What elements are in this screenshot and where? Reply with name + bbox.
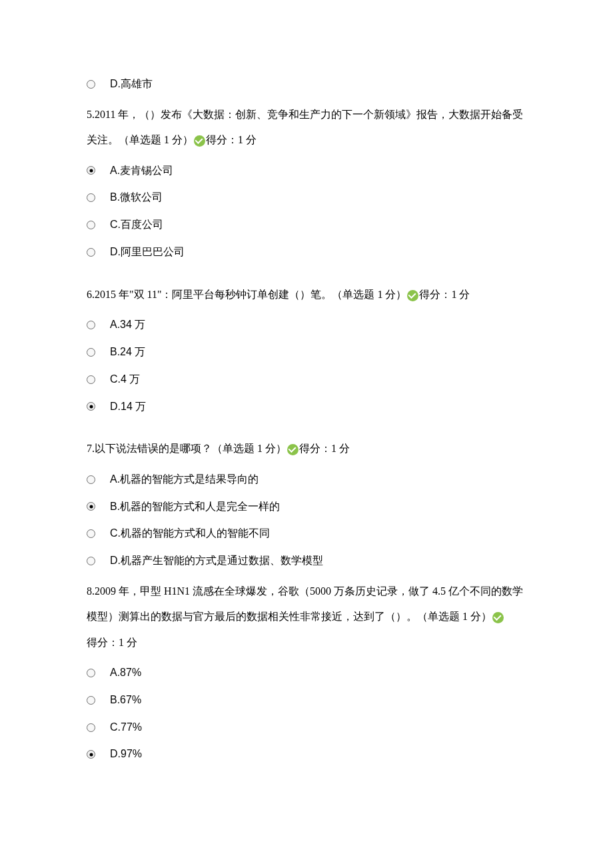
question-text: 7.以下说法错误的是哪项？（单选题 1 分） bbox=[87, 443, 287, 454]
q7-option-b[interactable]: B.机器的智能方式和人是完全一样的 bbox=[87, 497, 526, 517]
question-text: 8.2009 年，甲型 H1N1 流感在全球爆发，谷歌（5000 万条历史记录，… bbox=[87, 585, 523, 622]
option-label: B.机器的智能方式和人是完全一样的 bbox=[110, 497, 280, 517]
radio-icon bbox=[87, 723, 95, 732]
radio-icon bbox=[87, 557, 95, 565]
question-text: 5.2011 年，（）发布《大数据：创新、竞争和生产力的下一个新领域》报告，大数… bbox=[87, 109, 523, 145]
question-8: 8.2009 年，甲型 H1N1 流感在全球爆发，谷歌（5000 万条历史记录，… bbox=[87, 579, 526, 655]
radio-icon bbox=[87, 475, 95, 484]
option-label: B.微软公司 bbox=[110, 188, 163, 207]
q6-option-d[interactable]: D.14 万 bbox=[87, 397, 526, 417]
radio-icon bbox=[87, 502, 95, 511]
radio-icon bbox=[87, 529, 95, 538]
radio-icon bbox=[87, 750, 95, 759]
q6-option-a[interactable]: A.34 万 bbox=[87, 315, 526, 335]
option-label: A.34 万 bbox=[110, 315, 145, 335]
q7-option-d[interactable]: D.机器产生智能的方式是通过数据、数学模型 bbox=[87, 551, 526, 571]
option-label: A.87% bbox=[110, 663, 141, 683]
option-label: B.67% bbox=[110, 691, 141, 710]
radio-icon bbox=[87, 669, 95, 677]
radio-icon bbox=[87, 193, 95, 202]
question-text: 6.2015 年"双 11"：阿里平台每秒钟订单创建（）笔。（单选题 1 分） bbox=[87, 289, 406, 300]
q8-option-c[interactable]: C.77% bbox=[87, 718, 526, 737]
radio-icon bbox=[87, 166, 95, 175]
q4-option-d[interactable]: D.高雄市 bbox=[87, 75, 526, 94]
option-label: A.机器的智能方式是结果导向的 bbox=[110, 470, 259, 489]
q5-option-b[interactable]: B.微软公司 bbox=[87, 188, 526, 207]
radio-icon bbox=[87, 221, 95, 229]
q6-option-b[interactable]: B.24 万 bbox=[87, 343, 526, 362]
option-label: C.百度公司 bbox=[110, 215, 163, 235]
option-label: D.机器产生智能的方式是通过数据、数学模型 bbox=[110, 551, 323, 571]
option-label: D.阿里巴巴公司 bbox=[110, 243, 185, 262]
radio-icon bbox=[87, 402, 95, 411]
score-text: 得分：1 分 bbox=[87, 637, 137, 648]
option-label: D.高雄市 bbox=[110, 75, 153, 94]
check-icon bbox=[287, 444, 299, 455]
radio-icon bbox=[87, 80, 95, 89]
check-icon bbox=[492, 612, 504, 623]
question-6: 6.2015 年"双 11"：阿里平台每秒钟订单创建（）笔。（单选题 1 分）得… bbox=[87, 282, 526, 307]
q5-option-a[interactable]: A.麦肯锡公司 bbox=[87, 161, 526, 181]
score-text: 得分：1 分 bbox=[206, 134, 257, 145]
q8-option-d[interactable]: D.97% bbox=[87, 745, 526, 764]
option-label: C.机器的智能方式和人的智能不同 bbox=[110, 524, 270, 543]
q8-option-a[interactable]: A.87% bbox=[87, 663, 526, 683]
question-7: 7.以下说法错误的是哪项？（单选题 1 分）得分：1 分 bbox=[87, 436, 526, 461]
q5-option-c[interactable]: C.百度公司 bbox=[87, 215, 526, 235]
check-icon bbox=[194, 135, 205, 147]
q8-option-b[interactable]: B.67% bbox=[87, 691, 526, 710]
score-text: 得分：1 分 bbox=[299, 443, 350, 454]
option-label: C.4 万 bbox=[110, 370, 140, 389]
score-text: 得分：1 分 bbox=[419, 289, 470, 300]
radio-icon bbox=[87, 321, 95, 329]
q7-option-c[interactable]: C.机器的智能方式和人的智能不同 bbox=[87, 524, 526, 543]
q7-option-a[interactable]: A.机器的智能方式是结果导向的 bbox=[87, 470, 526, 489]
option-label: C.77% bbox=[110, 718, 142, 737]
option-label: D.97% bbox=[110, 745, 142, 764]
radio-icon bbox=[87, 248, 95, 257]
option-label: B.24 万 bbox=[110, 343, 145, 362]
radio-icon bbox=[87, 375, 95, 384]
q6-option-c[interactable]: C.4 万 bbox=[87, 370, 526, 389]
question-5: 5.2011 年，（）发布《大数据：创新、竞争和生产力的下一个新领域》报告，大数… bbox=[87, 102, 526, 153]
option-label: D.14 万 bbox=[110, 397, 146, 417]
check-icon bbox=[407, 290, 418, 301]
q5-option-d[interactable]: D.阿里巴巴公司 bbox=[87, 243, 526, 262]
radio-icon bbox=[87, 348, 95, 357]
radio-icon bbox=[87, 696, 95, 705]
option-label: A.麦肯锡公司 bbox=[110, 161, 173, 181]
